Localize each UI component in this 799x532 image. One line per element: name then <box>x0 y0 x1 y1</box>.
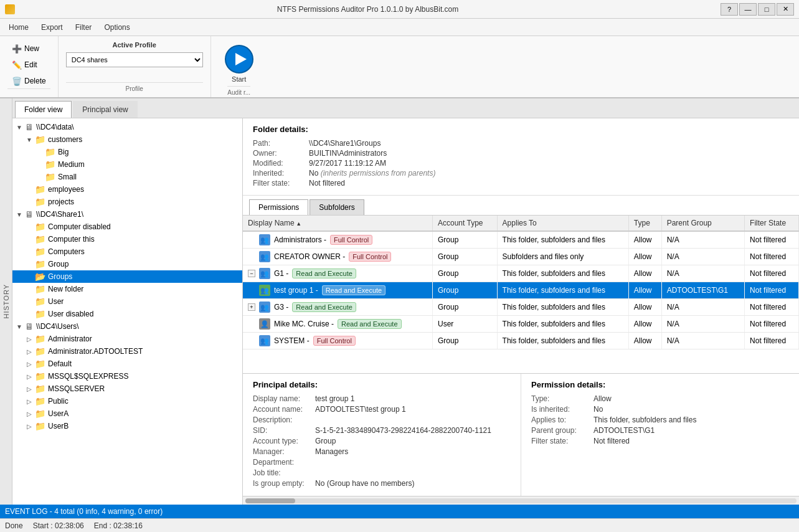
table-row[interactable]: + 👥 SYSTEM - Full Control Group This fol… <box>243 333 799 349</box>
tree-item-userb[interactable]: ▷ 📁 UserB <box>12 420 242 432</box>
tree-item-dc4data[interactable]: ▼ 🖥 \\DC4\data\ <box>12 121 242 133</box>
col-filter-state[interactable]: Filter State <box>745 216 799 231</box>
tree-item-group[interactable]: ▷ 📁 Group <box>12 258 242 270</box>
col-applies-to[interactable]: Applies To <box>497 216 628 231</box>
tree-item-computerthis[interactable]: ▷ 📁 Computer this <box>12 233 242 245</box>
close-button[interactable]: ✕ <box>777 3 794 16</box>
permission-details-title: Permission details: <box>531 380 789 389</box>
folder-icon-user: 📁 <box>35 297 45 306</box>
expand-customers[interactable]: ▼ <box>25 135 34 144</box>
table-row[interactable]: − 👥 G1 - Read and Execute Group This fol… <box>243 265 799 282</box>
minimize-button[interactable]: — <box>739 3 757 16</box>
expand-btn[interactable]: + <box>248 303 255 311</box>
tree-item-projects[interactable]: ▷ 📁 projects <box>12 196 242 208</box>
delete-button[interactable]: 🗑️ Delete <box>7 74 50 88</box>
tree-item-groups[interactable]: ▷ 📂 Groups <box>12 270 242 283</box>
expand-mssqlsqlexpress[interactable]: ▷ <box>25 372 34 381</box>
table-row[interactable]: 👥 test group 1 - Read and Execute Group … <box>243 282 799 299</box>
expand-administratoradtooltest[interactable]: ▷ <box>25 347 34 356</box>
col-type[interactable]: Type <box>628 216 661 231</box>
tree-item-mssqlserver[interactable]: ▷ 📁 MSSQLSERVER <box>12 382 242 395</box>
menu-export[interactable]: Export <box>35 21 69 34</box>
tree-item-user[interactable]: ▷ 📁 User <box>12 295 242 308</box>
tree-item-customers[interactable]: ▼ 📁 customers <box>12 133 242 146</box>
cell-parent-group: N/A <box>661 316 744 333</box>
tree-item-computerdisabled[interactable]: ▷ 📁 Computer disabled <box>12 221 242 233</box>
expand-default[interactable]: ▷ <box>25 359 34 368</box>
table-row[interactable]: + 👥 CREATOR OWNER - Full Control Group S… <box>243 249 799 265</box>
profile-section: Active Profile DC4 shares Profile <box>59 36 211 97</box>
tree-item-public[interactable]: ▷ 📁 Public <box>12 395 242 407</box>
expand-administrator[interactable]: ▷ <box>25 335 34 343</box>
tree-item-medium[interactable]: ▷ 📁 Medium <box>12 158 242 171</box>
perm-badge: Full Control <box>313 336 356 346</box>
folder-icon-default: 📁 <box>35 359 45 369</box>
expand-mssqlserver[interactable]: ▷ <box>25 384 34 393</box>
tree-item-administrator[interactable]: ▷ 📁 Administrator <box>12 333 242 345</box>
new-button[interactable]: ➕ New <box>7 41 50 56</box>
tab-subfolders[interactable]: Subfolders <box>310 199 364 215</box>
scroll-thumb[interactable] <box>245 498 295 503</box>
expand-userb[interactable]: ▷ <box>25 422 34 430</box>
modified-label: Modified: <box>253 159 309 168</box>
view-tabs: Folder view Principal view <box>12 98 799 118</box>
tree-item-big[interactable]: ▷ 📁 Big <box>12 146 242 158</box>
cell-filter-state: Not filtered <box>745 282 799 299</box>
tree-label-userdisabled: User disabled <box>48 310 93 318</box>
menu-home[interactable]: Home <box>2 21 35 34</box>
new-icon: ➕ <box>12 44 22 54</box>
profile-title: Active Profile <box>66 41 203 49</box>
tree-item-default[interactable]: ▷ 📁 Default <box>12 358 242 370</box>
help-button[interactable]: ? <box>721 3 738 16</box>
history-tab[interactable]: HISTORY <box>0 98 12 505</box>
tree-item-dc4users[interactable]: ▼ 🖥 \\DC4\Users\ <box>12 320 242 333</box>
maximize-button[interactable]: □ <box>758 3 775 16</box>
start-button[interactable]: Start <box>219 41 260 86</box>
tab-principal-view[interactable]: Principal view <box>73 101 137 118</box>
cell-parent-group: ADTOOLTEST\G1 <box>661 282 744 299</box>
tree-label-computerdisabled: Computer disabled <box>48 222 111 231</box>
tree-item-administratoradtooltest[interactable]: ▷ 📁 Administrator.ADTOOLTEST <box>12 345 242 358</box>
expand-btn[interactable]: − <box>248 270 255 277</box>
bottom-status-bar: Done Start : 02:38:06 End : 02:38:16 <box>0 518 799 532</box>
tree-item-computers[interactable]: ▷ 📁 Computers <box>12 245 242 258</box>
tree-item-usera[interactable]: ▷ 📁 UserA <box>12 407 242 420</box>
tree-item-mssqlsqlexpress[interactable]: ▷ 📁 MSSQL$SQLEXPRESS <box>12 370 242 382</box>
folder-icon-usera: 📁 <box>35 409 45 419</box>
user-icon: 👤 <box>259 318 270 330</box>
col-parent-group[interactable]: Parent Group <box>661 216 744 231</box>
tab-permissions[interactable]: Permissions <box>249 199 308 215</box>
table-row[interactable]: + 👥 G3 - Read and Execute Group This fol… <box>243 299 799 316</box>
ribbon: ➕ New ✏️ Edit 🗑️ Delete Active Profile D… <box>0 36 799 98</box>
tab-folder-view[interactable]: Folder view <box>15 101 72 118</box>
horizontal-scrollbar[interactable] <box>243 496 799 505</box>
col-account-type[interactable]: Account Type <box>433 216 498 231</box>
tree-item-newfolder[interactable]: ▷ 📁 New folder <box>12 283 242 295</box>
expand-dc4users[interactable]: ▼ <box>15 322 24 331</box>
edit-button[interactable]: ✏️ Edit <box>7 57 50 72</box>
table-row[interactable]: + 👤 Mike MC. Cruise - Read and Execute U… <box>243 316 799 333</box>
tree-item-employees[interactable]: ▷ 📁 employees <box>12 183 242 196</box>
menu-options[interactable]: Options <box>98 21 136 34</box>
is-inherited-label: Is inherited: <box>531 405 593 414</box>
tree-item-small[interactable]: ▷ 📁 Small <box>12 171 242 183</box>
cell-type: Allow <box>628 249 661 265</box>
col-display-name[interactable]: Display Name <box>243 216 433 231</box>
folder-icon-mssqlserver: 📁 <box>35 384 45 394</box>
tree-item-dc4share1[interactable]: ▼ 🖥 \\DC4\Share1\ <box>12 208 242 221</box>
manager-value: Managers <box>315 447 348 456</box>
department-label: Department: <box>253 458 315 467</box>
folder-icon-userdisabled: 📁 <box>35 309 45 319</box>
cell-type: Allow <box>628 333 661 349</box>
table-row[interactable]: + 👥 Administrators - Full Control Group … <box>243 231 799 249</box>
scroll-track <box>245 498 797 503</box>
expand-usera[interactable]: ▷ <box>25 409 34 418</box>
expand-dc4share1[interactable]: ▼ <box>15 210 24 219</box>
tree-item-userdisabled[interactable]: ▷ 📁 User disabled <box>12 308 242 320</box>
expand-public[interactable]: ▷ <box>25 397 34 406</box>
tree-label-projects: projects <box>48 197 74 206</box>
profile-dropdown[interactable]: DC4 shares <box>66 52 203 67</box>
menu-filter[interactable]: Filter <box>69 21 98 34</box>
principal-details-title: Principal details: <box>253 380 511 389</box>
expand-dc4data[interactable]: ▼ <box>15 123 24 131</box>
